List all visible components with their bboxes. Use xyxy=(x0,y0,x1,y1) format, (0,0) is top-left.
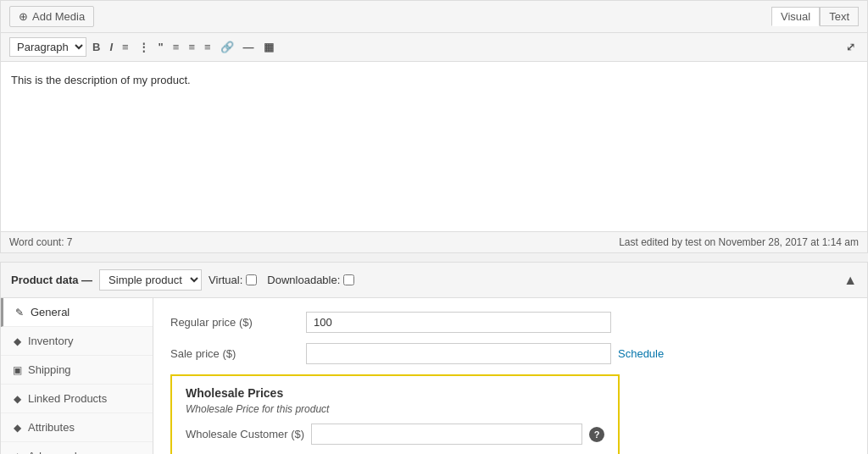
sidebar-item-general[interactable]: ✎ General xyxy=(1,298,153,327)
last-edited: Last edited by test on November 28, 2017… xyxy=(619,236,859,248)
product-type-select[interactable]: Simple product xyxy=(99,269,202,291)
wholesale-customer-row: Wholesale Customer ($) ? xyxy=(186,424,604,445)
regular-price-row: Regular price ($) xyxy=(170,312,850,333)
wholesale-prices-box: Wholesale Prices Wholesale Price for thi… xyxy=(170,374,620,454)
downloadable-checkbox[interactable] xyxy=(343,274,354,285)
view-tabs: Visual Text xyxy=(771,7,859,26)
downloadable-label[interactable]: Downloadable: xyxy=(267,274,354,286)
paragraph-select[interactable]: Paragraph xyxy=(9,37,86,57)
collapse-button[interactable]: ▲ xyxy=(843,273,857,288)
sidebar-item-inventory[interactable]: ◆ Inventory xyxy=(1,327,153,356)
shipping-icon: ▣ xyxy=(11,364,23,376)
add-media-button[interactable]: ⊕ Add Media xyxy=(9,6,94,27)
sidebar-item-general-label: General xyxy=(31,306,70,318)
editor-footer: Word count: 7 Last edited by test on Nov… xyxy=(1,231,867,252)
add-media-icon: ⊕ xyxy=(19,10,28,23)
add-media-label: Add Media xyxy=(32,10,85,23)
fullscreen-button[interactable]: ⤢ xyxy=(843,40,859,54)
editor-toolbar-top: ⊕ Add Media Visual Text xyxy=(1,1,867,33)
inventory-icon: ◆ xyxy=(11,335,23,347)
align-center-button[interactable]: ≡ xyxy=(185,40,198,54)
bold-button[interactable]: B xyxy=(89,40,103,54)
product-data-body: ✎ General ◆ Inventory ▣ Shipping ◆ Linke… xyxy=(1,298,867,454)
link-button[interactable]: 🔗 xyxy=(217,40,237,54)
sidebar-item-linked-products-label: Linked Products xyxy=(28,392,107,405)
product-data-header-left: Product data — Simple product Virtual: D… xyxy=(11,269,354,291)
italic-button[interactable]: I xyxy=(106,40,116,54)
text-tab[interactable]: Text xyxy=(820,7,859,26)
toolbar-toggle-button[interactable]: ▦ xyxy=(260,40,277,54)
unordered-list-button[interactable]: ≡ xyxy=(119,40,132,54)
more-button[interactable]: ― xyxy=(240,40,258,54)
align-left-button[interactable]: ≡ xyxy=(170,40,183,54)
wholesale-customer-input[interactable] xyxy=(311,424,582,445)
sidebar-item-advanced-label: Advanced xyxy=(28,450,77,454)
sidebar-item-attributes[interactable]: ◆ Attributes xyxy=(1,413,153,442)
align-right-button[interactable]: ≡ xyxy=(201,40,214,54)
word-count: Word count: 7 xyxy=(9,236,72,248)
visual-tab[interactable]: Visual xyxy=(771,7,820,26)
format-toolbar: Paragraph B I ≡ ⋮ " ≡ ≡ ≡ 🔗 ― ▦ ⤢ xyxy=(1,33,867,62)
virtual-downloadable-options: Virtual: Downloadable: xyxy=(209,274,354,286)
sidebar-item-advanced[interactable]: ◆ Advanced xyxy=(1,442,153,454)
attributes-icon: ◆ xyxy=(11,422,23,434)
editor-area: ⊕ Add Media Visual Text Paragraph B I ≡ … xyxy=(0,0,868,253)
ordered-list-button[interactable]: ⋮ xyxy=(135,40,153,54)
regular-price-input[interactable] xyxy=(306,312,611,333)
regular-price-label: Regular price ($) xyxy=(170,316,306,329)
sidebar-item-attributes-label: Attributes xyxy=(28,421,75,434)
sale-price-row: Sale price ($) Schedule xyxy=(170,343,850,364)
product-sidebar: ✎ General ◆ Inventory ▣ Shipping ◆ Linke… xyxy=(1,298,153,454)
blockquote-button[interactable]: " xyxy=(155,40,167,54)
virtual-checkbox[interactable] xyxy=(246,274,257,285)
wholesale-customer-label: Wholesale Customer ($) xyxy=(186,428,304,440)
sale-price-label: Sale price ($) xyxy=(170,347,306,360)
sidebar-item-shipping[interactable]: ▣ Shipping xyxy=(1,356,153,385)
product-main: Regular price ($) Sale price ($) Schedul… xyxy=(153,298,867,454)
sidebar-item-inventory-label: Inventory xyxy=(28,335,73,347)
schedule-link[interactable]: Schedule xyxy=(618,347,664,360)
product-data-section: Product data — Simple product Virtual: D… xyxy=(0,262,868,454)
wholesale-subtitle: Wholesale Price for this product xyxy=(186,403,604,415)
wholesale-title: Wholesale Prices xyxy=(186,386,604,400)
help-icon[interactable]: ? xyxy=(589,427,604,442)
sale-price-input[interactable] xyxy=(306,343,611,364)
sidebar-item-shipping-label: Shipping xyxy=(28,363,71,376)
sidebar-item-linked-products[interactable]: ◆ Linked Products xyxy=(1,385,153,413)
linked-products-icon: ◆ xyxy=(11,393,23,405)
advanced-icon: ◆ xyxy=(11,451,23,455)
product-data-title: Product data — xyxy=(11,274,92,286)
virtual-label[interactable]: Virtual: xyxy=(209,274,257,286)
general-icon: ✎ xyxy=(14,307,25,318)
product-data-header: Product data — Simple product Virtual: D… xyxy=(1,263,867,298)
editor-text: This is the description of my product. xyxy=(11,72,857,90)
editor-content[interactable]: This is the description of my product. xyxy=(1,62,867,231)
